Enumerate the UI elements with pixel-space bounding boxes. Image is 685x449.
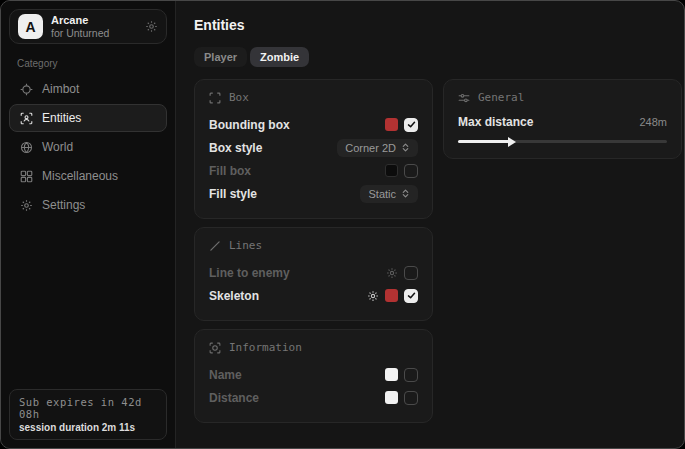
general-card: General Max distance 248m (443, 79, 682, 159)
sidebar-nav: Aimbot Entities World (9, 75, 167, 219)
right-column: General Max distance 248m (443, 79, 682, 159)
setting-row-bounding-box: Bounding box (209, 113, 418, 136)
chevron-sort-icon (401, 189, 410, 198)
color-swatch[interactable] (385, 289, 398, 302)
box-style-dropdown[interactable]: Corner 2D (337, 139, 418, 157)
lines-card: Lines Line to enemy (194, 227, 433, 321)
sidebar-item-aimbot[interactable]: Aimbot (9, 75, 167, 103)
diagonal-line-icon (209, 240, 221, 252)
color-swatch[interactable] (385, 368, 398, 381)
subscription-info-card: Sub expires in 42d 08h session duration … (9, 389, 167, 440)
sidebar-item-label: Miscellaneous (42, 169, 118, 183)
lines-card-title: Lines (229, 239, 262, 252)
dropdown-value: Static (368, 188, 396, 200)
fill-style-dropdown[interactable]: Static (360, 185, 418, 203)
sliders-icon (458, 92, 470, 104)
sidebar-item-label: Entities (42, 111, 81, 125)
setting-label: Box style (209, 141, 262, 155)
setting-label: Bounding box (209, 118, 290, 132)
app-subtitle: for Unturned (51, 27, 137, 39)
setting-row-fill-style: Fill style Static (209, 182, 418, 205)
box-card: Box Bounding box Box style (194, 79, 433, 219)
general-card-header: General (458, 91, 667, 104)
entity-scan-icon (20, 112, 33, 125)
information-card-header: Information (209, 341, 418, 354)
dropdown-value: Corner 2D (345, 142, 396, 154)
setting-row-distance: Distance (209, 386, 418, 409)
box-card-title: Box (229, 91, 249, 104)
setting-label: Name (209, 368, 242, 382)
gear-icon[interactable] (145, 20, 158, 33)
lines-card-header: Lines (209, 239, 418, 252)
checkbox-checked[interactable] (404, 289, 418, 303)
scan-circle-icon (209, 342, 221, 354)
sidebar: A Arcane for Unturned Category A (1, 1, 176, 448)
box-corners-icon (209, 92, 221, 104)
gear-icon[interactable] (386, 267, 398, 279)
sidebar-item-label: Aimbot (42, 82, 79, 96)
sidebar-item-label: Settings (42, 198, 85, 212)
session-duration-text: session duration 2m 11s (19, 422, 157, 433)
checkbox-unchecked[interactable] (404, 164, 418, 178)
app-title-block: Arcane for Unturned (51, 14, 137, 39)
gear-icon[interactable] (367, 290, 379, 302)
general-card-title: General (478, 91, 524, 104)
max-distance-label: Max distance (458, 115, 533, 129)
sidebar-item-settings[interactable]: Settings (9, 191, 167, 219)
checkbox-checked[interactable] (404, 118, 418, 132)
checkbox-unchecked[interactable] (404, 368, 418, 382)
max-distance-row: Max distance 248m (458, 113, 667, 131)
setting-label: Distance (209, 391, 259, 405)
app-logo-card: A Arcane for Unturned (9, 9, 167, 44)
checkbox-unchecked[interactable] (404, 266, 418, 280)
box-card-header: Box (209, 91, 418, 104)
setting-label: Fill box (209, 164, 251, 178)
main-panel: Entities Player Zombie Box (176, 1, 685, 448)
sidebar-item-world[interactable]: World (9, 133, 167, 161)
app-logo: A (18, 14, 43, 39)
slider-thumb[interactable] (508, 137, 516, 147)
category-label: Category (17, 58, 167, 69)
gear-icon (20, 199, 33, 212)
left-column: Box Bounding box Box style (194, 79, 433, 423)
tab-zombie[interactable]: Zombie (250, 47, 309, 67)
sidebar-item-label: World (42, 140, 73, 154)
setting-label: Skeleton (209, 289, 259, 303)
setting-label: Line to enemy (209, 266, 290, 280)
chevron-sort-icon (401, 143, 410, 152)
setting-row-skeleton: Skeleton (209, 284, 418, 307)
slider-fill (458, 140, 510, 143)
checkbox-unchecked[interactable] (404, 391, 418, 405)
app-name: Arcane (51, 14, 137, 27)
information-card: Information Name Distance (194, 329, 433, 423)
color-swatch[interactable] (385, 118, 398, 131)
setting-row-box-style: Box style Corner 2D (209, 136, 418, 159)
sidebar-item-miscellaneous[interactable]: Miscellaneous (9, 162, 167, 190)
globe-icon (20, 141, 33, 154)
tab-player[interactable]: Player (194, 47, 247, 67)
setting-row-line-to-enemy: Line to enemy (209, 261, 418, 284)
setting-row-name: Name (209, 363, 418, 386)
max-distance-value: 248m (639, 116, 667, 128)
sub-expiry-text: Sub expires in 42d 08h (19, 396, 157, 420)
setting-label: Fill style (209, 187, 257, 201)
max-distance-slider[interactable] (458, 140, 667, 143)
app-window: A Arcane for Unturned Category A (0, 0, 685, 449)
sidebar-item-entities[interactable]: Entities (9, 104, 167, 132)
setting-row-fill-box: Fill box (209, 159, 418, 182)
color-swatch[interactable] (385, 391, 398, 404)
color-swatch[interactable] (385, 164, 398, 177)
crosshair-icon (20, 83, 33, 96)
information-card-title: Information (229, 341, 302, 354)
grid-icon (20, 170, 33, 183)
entity-tabs: Player Zombie (194, 47, 682, 67)
page-title: Entities (194, 17, 682, 33)
